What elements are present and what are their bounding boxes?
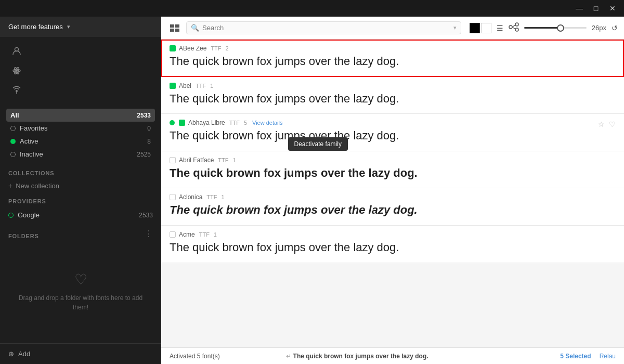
filter-active-icon [10,139,16,144]
person-icon [11,46,22,56]
font-name: Abhaya Libre [188,119,225,126]
filter-active[interactable]: Active 8 [6,135,155,148]
font-item-abhaya-libre[interactable]: Abhaya Libre TTF 5 View details Deactiva… [161,114,624,151]
search-icon: 🔍 [191,24,199,32]
toolbar: 🔍 ▾ ☰ [161,17,624,40]
font-item-acme[interactable]: Acme TTF 1 The quick brown fox jumps ove… [161,226,624,263]
filter-favorites[interactable]: Favorites 0 [6,122,155,135]
font-item-abel[interactable]: Abel TTF 1 The quick brown fox jumps ove… [161,77,624,114]
folders-section-header: FOLDERS ⋮ [0,224,161,239]
font-preview: The quick brown fox jumps over the lazy … [170,92,616,107]
provider-count: 2533 [139,212,153,219]
font-item-abril-fatface[interactable]: Abril Fatface TTF 1 The quick brown fox … [161,151,624,189]
svg-point-11 [509,25,512,29]
color-black [470,23,480,33]
heart-icon: ♡ [74,271,87,288]
search-bar: 🔍 ▾ [186,21,461,34]
font-count: 5 [244,120,247,126]
maximize-button[interactable]: □ [589,1,603,16]
heart-action-icon[interactable]: ♡ [609,120,616,128]
font-preview: The quick brown fox jumps over the lazy … [170,203,616,218]
collections-section-label: COLLECTIONS [0,165,161,178]
font-format: TTF [199,231,210,238]
font-active-icon [170,45,176,51]
font-active-dot-icon [170,120,175,125]
star-icon[interactable]: ☆ [598,120,605,128]
folders-drop-zone: ♡ Drag and drop a folder with fonts here… [0,239,161,343]
chevron-down-icon: ▾ [67,23,70,30]
font-active-square-icon [179,120,185,126]
get-more-features-button[interactable]: Get more features ▾ [0,17,161,37]
providers-section-label: PROVIDERS [0,193,161,206]
filter-all[interactable]: All 2533 [6,109,155,122]
filter-inactive-icon [10,152,16,157]
slider-thumb[interactable] [557,24,564,32]
reload-button[interactable]: Relau [600,353,616,360]
toolbar-right: ☰ 26px ↺ [470,22,618,34]
search-dropdown-icon[interactable]: ▾ [453,24,457,31]
reset-icon[interactable]: ↺ [612,24,618,32]
svg-line-15 [512,27,515,29]
font-item-aclonica[interactable]: Aclonica TTF 1 The quick brown fox jumps… [161,188,624,226]
filter-inactive[interactable]: Inactive 2525 [6,148,155,161]
font-format: TTF [229,120,240,126]
activated-status: Activated 5 font(s) [170,353,220,360]
font-actions: ☆ ♡ [598,120,616,128]
filter-active-label: Active [20,137,38,145]
font-name: Aclonica [179,193,202,201]
font-name: Abel [179,82,191,89]
sidebar-item-settings[interactable] [3,61,158,80]
filter-favorites-count: 0 [147,125,151,132]
font-count: 1 [222,194,225,200]
font-preview: The quick brown fox jumps over the lazy … [170,54,616,69]
add-folder-button[interactable]: ⊕ Add [0,343,161,364]
filter-favorites-label: Favorites [20,124,47,132]
minimize-button[interactable]: — [572,1,587,16]
svg-point-13 [515,28,518,31]
size-slider[interactable] [524,27,587,29]
new-collection-label: New collection [16,182,59,190]
status-bar: Activated 5 font(s) ↵ The quick brown fo… [161,347,624,364]
layout-toggle-button[interactable] [167,21,182,35]
font-format: TTF [218,157,228,163]
connect-icon[interactable] [509,22,519,34]
font-count: 1 [233,157,236,163]
font-inactive-icon [170,231,176,238]
font-count: 1 [210,83,213,89]
get-more-features-label: Get more features [8,23,63,31]
provider-google[interactable]: Google 2533 [0,209,161,222]
main-content: 🔍 ▾ ☰ [161,17,624,364]
svg-rect-8 [175,24,179,28]
close-button[interactable]: ✕ [605,1,620,16]
filter-all-label: All [10,111,19,119]
font-item-header: Acme TTF 1 [170,231,616,238]
plus-circle-icon: ⊕ [8,350,14,358]
folders-section-label: FOLDERS [0,228,145,239]
font-preview: The quick brown fox jumps over the lazy … [170,128,616,144]
new-collection-button[interactable]: + New collection [0,178,161,193]
filter-inactive-label: Inactive [20,150,43,158]
font-item-header: Aclonica TTF 1 [170,193,616,201]
search-input[interactable] [202,24,450,32]
font-count: 1 [214,231,217,238]
font-name: Abril Fatface [179,157,214,164]
svg-point-1 [16,70,18,72]
svg-line-14 [512,25,515,27]
font-format: TTF [211,45,221,51]
provider-name: Google [18,211,40,219]
color-preview[interactable] [470,23,491,33]
providers-list: Google 2533 [0,206,161,224]
slider-track [524,27,587,29]
sidebar-nav [0,37,161,105]
view-details-link[interactable]: View details [252,120,283,126]
align-icon[interactable]: ☰ [497,24,503,32]
svg-point-12 [515,23,518,26]
sidebar-item-broadcast[interactable] [3,81,158,100]
font-count: 2 [226,45,229,51]
font-item-abee-zee[interactable]: ABee Zee TTF 2 The quick brown fox jumps… [161,40,624,77]
folders-more-icon[interactable]: ⋮ [145,229,161,239]
sidebar-item-user[interactable] [3,42,158,60]
font-filters: All 2533 Favorites 0 Active 8 Inactive 2… [0,105,161,165]
status-preview: ↵ The quick brown fox jumps over the laz… [286,353,428,360]
sidebar: Get more features ▾ [0,17,161,364]
